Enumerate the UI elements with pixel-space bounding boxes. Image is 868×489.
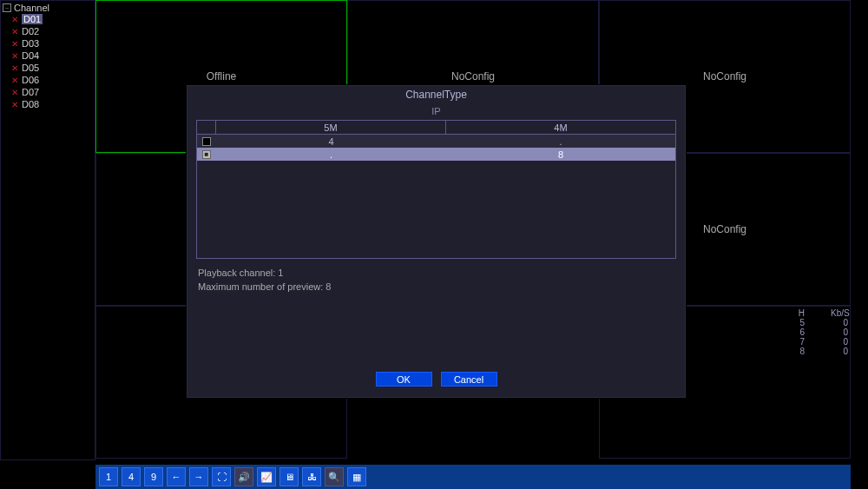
stats-rate: 0 (831, 347, 848, 356)
stats-header: H Kb/S (787, 308, 848, 318)
checkbox[interactable] (202, 137, 211, 146)
channel-type-dialog: ChannelType IP 5M 4M 4.■.8 Playback chan… (187, 85, 686, 398)
stats-ch: 5 (787, 318, 805, 327)
layout-4-icon[interactable]: 4 (122, 467, 141, 486)
sidebar-title-label: Channel (14, 3, 49, 13)
table-col-4m: 4M (446, 121, 675, 134)
table-col-5m: 5M (216, 121, 446, 134)
table-header: 5M 4M (197, 121, 675, 135)
sidebar-item-label: D08 (22, 99, 39, 109)
playback-channel-label: Playback channel: 1 (198, 266, 674, 280)
table-row[interactable]: 4. (197, 135, 675, 148)
arrow-right-icon[interactable]: → (189, 467, 208, 486)
sidebar-item-label: D04 (22, 50, 39, 61)
sidebar-item-label: D05 (22, 63, 39, 73)
bitrate-stats: H Kb/S 50607080 (787, 308, 848, 356)
sidebar-item-label: D07 (22, 87, 39, 97)
sidebar-item-d06[interactable]: ✕D06 (3, 74, 93, 86)
table-row[interactable]: ■.8 (197, 148, 675, 161)
dialog-subtitle: IP (187, 106, 685, 120)
volume-icon[interactable]: 🔊 (234, 467, 253, 486)
cross-icon: ✕ (11, 27, 18, 36)
grid-icon[interactable]: ▦ (347, 467, 366, 486)
stats-rate: 0 (831, 318, 848, 327)
table-col-check (197, 121, 216, 134)
channel-sidebar: − Channel ✕D01✕D02✕D03✕D04✕D05✕D06✕D07✕D… (0, 0, 95, 460)
cell-status: NoConfig (451, 70, 495, 83)
cross-icon: ✕ (11, 88, 18, 97)
sidebar-title: − Channel (3, 3, 93, 13)
max-preview-label: Maximum number of preview: 8 (198, 280, 674, 294)
sidebar-item-label: D06 (22, 75, 39, 85)
dialog-buttons: OK Cancel (187, 372, 685, 387)
stats-col-ch: H (787, 308, 805, 318)
stats-ch: 7 (787, 337, 805, 347)
cross-icon: ✕ (11, 76, 18, 85)
arrow-left-icon[interactable]: ← (167, 467, 186, 486)
bottom-toolbar: 149←→⛶🔊📈🖥🖧🔍▦ (95, 465, 851, 489)
stats-rate: 0 (831, 337, 848, 347)
cross-icon: ✕ (11, 63, 18, 73)
dialog-info: Playback channel: 1 Maximum number of pr… (198, 266, 674, 294)
channel-type-table: 5M 4M 4.■.8 (196, 120, 676, 259)
stats-row: 70 (787, 337, 848, 347)
cell-status: Offline (207, 70, 236, 83)
cell-5m: . (216, 148, 446, 161)
sidebar-item-d02[interactable]: ✕D02 (3, 25, 93, 37)
sidebar-item-d04[interactable]: ✕D04 (3, 50, 93, 62)
sidebar-item-label: D01 (22, 14, 43, 24)
stats-row: 80 (787, 347, 848, 356)
cross-icon: ✕ (11, 15, 18, 24)
search-icon[interactable]: 🔍 (325, 467, 344, 486)
cross-icon: ✕ (11, 39, 18, 49)
ok-button[interactable]: OK (376, 372, 432, 387)
cell-status: NoConfig (703, 223, 746, 235)
cell-4m: 8 (446, 148, 675, 161)
sidebar-item-d05[interactable]: ✕D05 (3, 62, 93, 74)
stats-col-rate: Kb/S (831, 308, 848, 318)
stats-ch: 8 (787, 347, 805, 356)
stats-ch: 6 (787, 327, 805, 337)
dialog-title: ChannelType (187, 86, 685, 106)
chart-icon[interactable]: 📈 (257, 467, 276, 486)
sidebar-item-label: D03 (22, 38, 39, 49)
cross-icon: ✕ (11, 100, 18, 109)
layout-1-icon[interactable]: 1 (99, 467, 118, 486)
cell-status: NoConfig (703, 70, 746, 83)
monitor-icon[interactable]: 🖥 (279, 467, 299, 486)
sidebar-item-d07[interactable]: ✕D07 (3, 86, 93, 98)
cell-5m: 4 (216, 135, 446, 148)
network-icon[interactable]: 🖧 (302, 467, 321, 486)
minus-box-icon[interactable]: − (3, 3, 11, 12)
stats-row: 50 (787, 318, 848, 327)
sidebar-item-d03[interactable]: ✕D03 (3, 37, 93, 50)
checkbox[interactable]: ■ (202, 150, 211, 159)
cross-icon: ✕ (11, 51, 18, 61)
stats-rate: 0 (831, 327, 848, 337)
sidebar-item-d08[interactable]: ✕D08 (3, 98, 93, 110)
cell-4m: . (446, 135, 675, 148)
stats-row: 60 (787, 327, 848, 337)
cancel-button[interactable]: Cancel (441, 372, 497, 387)
sidebar-item-label: D02 (22, 26, 39, 36)
fullscreen-icon[interactable]: ⛶ (212, 467, 231, 486)
layout-9-icon[interactable]: 9 (144, 467, 163, 486)
sidebar-item-d01[interactable]: ✕D01 (3, 13, 93, 25)
